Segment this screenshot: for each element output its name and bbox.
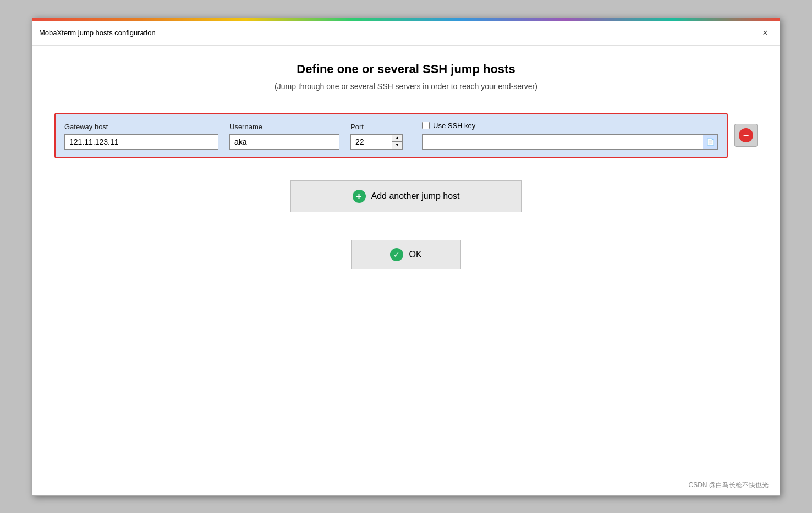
port-spinners: ▲ ▼ bbox=[392, 134, 403, 150]
ssh-key-wrapper: 📄 bbox=[422, 134, 718, 150]
host-row: Gateway host Username Port ▲ bbox=[54, 113, 728, 158]
remove-host-button[interactable]: − bbox=[734, 124, 758, 147]
port-wrapper: ▲ ▼ bbox=[350, 134, 411, 150]
ssh-key-input[interactable] bbox=[422, 134, 703, 150]
add-jump-host-button[interactable]: + Add another jump host bbox=[290, 180, 522, 212]
dialog-title: Define one or several SSH jump hosts bbox=[297, 62, 515, 76]
use-ssh-key-checkbox-label[interactable]: Use SSH key bbox=[422, 122, 718, 130]
dialog-subtitle: (Jump through one or several SSH servers… bbox=[275, 82, 537, 91]
port-decrement-button[interactable]: ▼ bbox=[392, 142, 402, 149]
gateway-host-field: Gateway host bbox=[64, 123, 218, 150]
title-bar: MobaXterm jump hosts configuration × bbox=[32, 21, 780, 46]
username-label: Username bbox=[229, 123, 339, 131]
add-icon: + bbox=[353, 190, 366, 203]
gateway-host-label: Gateway host bbox=[64, 123, 218, 131]
gateway-host-input[interactable] bbox=[64, 134, 218, 150]
watermark: CSDN @白马长枪不快也光 bbox=[688, 481, 769, 490]
ssh-key-browse-button[interactable]: 📄 bbox=[703, 134, 718, 150]
ok-button[interactable]: ✓ OK bbox=[351, 240, 461, 269]
username-input[interactable] bbox=[229, 134, 339, 150]
port-increment-button[interactable]: ▲ bbox=[392, 135, 402, 142]
username-field: Username bbox=[229, 123, 339, 150]
remove-icon: − bbox=[739, 128, 753, 142]
title-bar-text: MobaXterm jump hosts configuration bbox=[39, 29, 156, 37]
add-jump-host-label: Add another jump host bbox=[371, 191, 460, 201]
use-ssh-key-row: Use SSH key bbox=[422, 122, 718, 132]
port-field: Port ▲ ▼ bbox=[350, 123, 411, 150]
ok-label: OK bbox=[409, 250, 421, 260]
ok-check-icon: ✓ bbox=[390, 248, 403, 261]
use-ssh-key-checkbox[interactable] bbox=[422, 122, 430, 129]
folder-icon: 📄 bbox=[706, 138, 715, 146]
close-button[interactable]: × bbox=[758, 25, 773, 41]
port-label: Port bbox=[350, 123, 411, 131]
dialog-window: MobaXterm jump hosts configuration × Def… bbox=[32, 18, 780, 496]
port-input[interactable] bbox=[350, 134, 392, 150]
close-icon: × bbox=[762, 28, 767, 38]
use-ssh-key-label: Use SSH key bbox=[433, 122, 475, 130]
host-row-wrapper: Gateway host Username Port ▲ bbox=[54, 113, 758, 158]
hosts-area: Gateway host Username Port ▲ bbox=[54, 113, 758, 158]
ssh-key-field: Use SSH key 📄 bbox=[422, 122, 718, 150]
dialog-content: Define one or several SSH jump hosts (Ju… bbox=[32, 46, 780, 495]
